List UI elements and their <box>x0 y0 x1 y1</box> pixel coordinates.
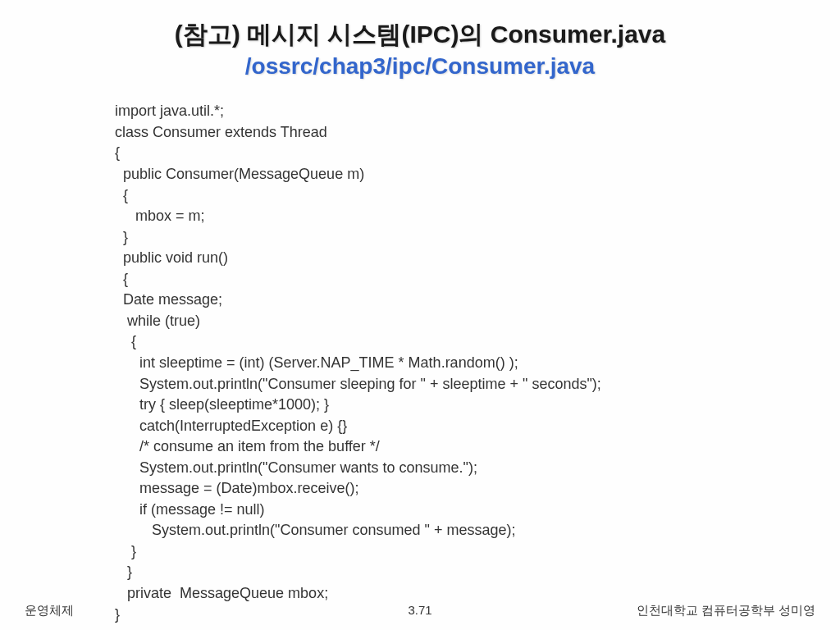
slide-footer: 운영체제 3.71 인천대학교 컴퓨터공학부 성미영 <box>0 603 840 619</box>
slide-title: (참고) 메시지 시스템(IPC)의 Consumer.java <box>33 18 807 50</box>
footer-right: 인천대학교 컴퓨터공학부 성미영 <box>637 603 815 619</box>
title-block: (참고) 메시지 시스템(IPC)의 Consumer.java /ossrc/… <box>33 18 807 81</box>
footer-left: 운영체제 <box>25 603 74 619</box>
slide-subtitle: /ossrc/chap3/ipc/Consumer.java <box>33 52 807 81</box>
slide-container: (참고) 메시지 시스템(IPC)의 Consumer.java /ossrc/… <box>0 0 840 630</box>
code-listing: import java.util.*; class Consumer exten… <box>115 101 807 625</box>
footer-page-number: 3.71 <box>408 603 431 617</box>
